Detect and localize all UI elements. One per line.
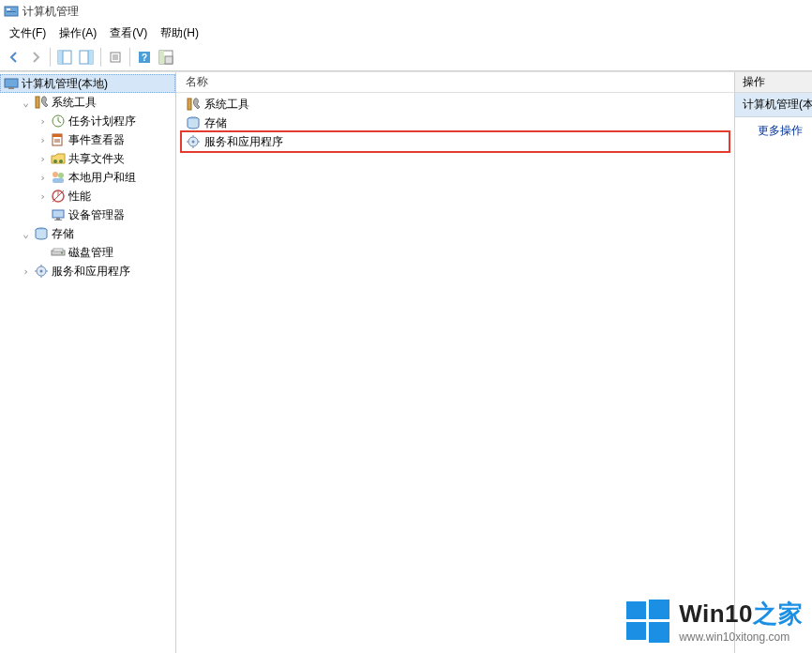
svg-rect-20: [36, 97, 39, 108]
list-body: 系统工具 存储 服务和应用程序: [176, 93, 734, 153]
tree-item-storage[interactable]: ⌄ 存储: [17, 224, 175, 243]
tree-label: 共享文件夹: [68, 151, 125, 167]
svg-point-42: [61, 252, 63, 254]
toolbar: ?: [0, 43, 812, 71]
tree-item-task-scheduler[interactable]: › 任务计划程序: [34, 112, 175, 130]
svg-point-44: [40, 270, 43, 273]
expand-toggle[interactable]: ›: [38, 115, 48, 128]
menu-view[interactable]: 查看(V): [104, 23, 153, 43]
toolbar-forward-button[interactable]: [25, 47, 46, 68]
list-item-label: 存储: [204, 115, 227, 131]
actions-more-link[interactable]: 更多操作: [735, 117, 812, 144]
shared-folders-icon: [51, 151, 66, 166]
title-bar: 计算机管理: [0, 0, 812, 23]
svg-rect-19: [8, 87, 14, 89]
svg-point-31: [58, 173, 64, 178]
tree-root-computer-management[interactable]: 计算机管理(本地): [0, 74, 175, 93]
window-title: 计算机管理: [23, 4, 79, 20]
list-item-services-apps[interactable]: 服务和应用程序: [182, 132, 729, 151]
svg-rect-32: [53, 178, 64, 183]
tree-label: 系统工具: [52, 95, 97, 111]
performance-icon: [51, 189, 66, 204]
tree-label: 任务计划程序: [68, 114, 136, 129]
svg-rect-41: [53, 249, 63, 251]
services-apps-icon: [186, 134, 201, 149]
list-item-storage[interactable]: 存储: [182, 114, 729, 132]
list-pane: 名称 系统工具 存储 服务和应用程序: [176, 72, 735, 653]
actions-header: 操作: [735, 72, 812, 93]
tree-item-local-users[interactable]: › 本地用户和组: [34, 168, 175, 187]
tree-label: 服务和应用程序: [52, 264, 130, 280]
svg-rect-7: [88, 51, 93, 64]
list-item-system-tools[interactable]: 系统工具: [182, 95, 729, 114]
storage-icon: [186, 115, 201, 130]
tree-label: 设备管理器: [68, 207, 125, 223]
storage-icon: [34, 226, 49, 241]
event-viewer-icon: [51, 132, 66, 147]
tree-label: 性能: [68, 189, 91, 205]
svg-rect-49: [188, 99, 191, 110]
toolbar-back-button[interactable]: [4, 47, 24, 68]
expand-toggle[interactable]: ›: [38, 190, 48, 203]
menu-file[interactable]: 文件(F): [4, 23, 52, 43]
disk-management-icon: [51, 245, 66, 260]
svg-rect-25: [53, 134, 62, 137]
toolbar-separator: [50, 48, 51, 67]
svg-point-29: [59, 159, 63, 163]
toolbar-extra-button[interactable]: [156, 47, 176, 68]
actions-pane: 操作 计算机管理(本地) 更多操作: [735, 72, 812, 653]
menu-bar: 文件(F) 操作(A) 查看(V) 帮助(H): [0, 23, 812, 43]
svg-point-30: [53, 172, 58, 177]
collapse-toggle[interactable]: ⌄: [21, 97, 31, 109]
toolbar-show-hide-tree-button[interactable]: [54, 47, 75, 68]
expand-toggle[interactable]: ›: [38, 134, 48, 146]
local-users-icon: [51, 170, 66, 185]
svg-rect-4: [58, 51, 63, 64]
computer-management-icon: [4, 76, 19, 91]
svg-text:?: ?: [142, 53, 147, 63]
tree-item-disk-management[interactable]: 磁盘管理: [34, 243, 175, 262]
tree-item-performance[interactable]: › 性能: [34, 187, 175, 205]
system-tools-icon: [34, 95, 49, 110]
expand-toggle[interactable]: ›: [38, 153, 48, 165]
svg-rect-38: [54, 220, 62, 220]
toolbar-separator: [100, 48, 101, 67]
list-item-label: 服务和应用程序: [204, 134, 283, 150]
expand-toggle[interactable]: ›: [21, 266, 31, 278]
tree-label: 磁盘管理: [68, 245, 113, 261]
workspace: 计算机管理(本地) ⌄ 系统工具: [0, 71, 812, 653]
tree-item-device-manager[interactable]: 设备管理器: [34, 205, 175, 224]
tree-label: 本地用户和组: [68, 170, 136, 186]
svg-rect-17: [165, 56, 173, 64]
list-column-header-name[interactable]: 名称: [176, 72, 734, 93]
task-scheduler-icon: [51, 114, 66, 129]
svg-rect-18: [5, 79, 18, 87]
tree-label: 存储: [52, 226, 74, 242]
tree-item-shared-folders[interactable]: › 共享文件夹: [34, 149, 175, 168]
toolbar-properties-button[interactable]: [105, 47, 126, 68]
collapse-toggle[interactable]: ⌄: [21, 228, 31, 240]
svg-rect-36: [53, 210, 64, 218]
svg-rect-2: [7, 11, 16, 12]
toolbar-help-button[interactable]: ?: [134, 47, 155, 68]
toolbar-separator: [129, 48, 130, 67]
tree-item-event-viewer[interactable]: › 事件查看器: [34, 130, 175, 149]
tree-pane: 计算机管理(本地) ⌄ 系统工具: [0, 72, 176, 653]
svg-point-28: [53, 159, 57, 163]
menu-help[interactable]: 帮助(H): [155, 23, 204, 43]
actions-section-title: 计算机管理(本地): [735, 93, 812, 117]
tree-item-system-tools[interactable]: ⌄ 系统工具: [17, 93, 175, 112]
svg-rect-16: [159, 51, 164, 64]
tree-item-services-apps[interactable]: › 服务和应用程序: [17, 262, 175, 281]
toolbar-export-button[interactable]: [76, 47, 97, 68]
services-apps-icon: [34, 264, 49, 279]
menu-action[interactable]: 操作(A): [53, 23, 102, 43]
system-tools-icon: [186, 97, 201, 112]
tree-label: 事件查看器: [68, 132, 125, 148]
app-icon: [4, 4, 19, 19]
svg-point-52: [192, 141, 195, 144]
svg-rect-37: [56, 218, 60, 220]
device-manager-icon: [51, 207, 66, 222]
expand-toggle[interactable]: ›: [38, 172, 48, 184]
list-item-label: 系统工具: [204, 97, 249, 113]
